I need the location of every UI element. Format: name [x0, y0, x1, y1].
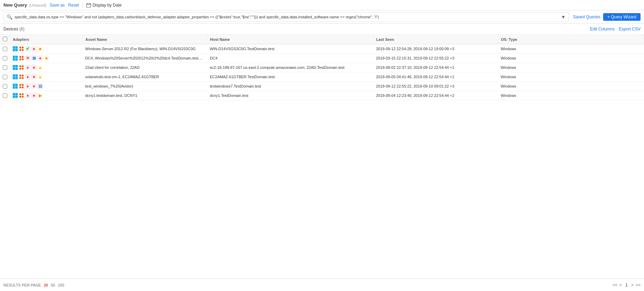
row-lastseen-cell: 2019-03-15 22:15:31, 2019-09-12 22:55:22… [373, 54, 498, 63]
save-as-button[interactable]: Save as [50, 3, 64, 8]
svg-rect-5 [16, 46, 18, 49]
adapter-icon-red-circle: ● [31, 65, 37, 70]
row-os-cell: Windows [498, 54, 644, 63]
svg-rect-16 [13, 74, 15, 77]
row-chevron-1[interactable]: ▼ [9, 56, 10, 60]
svg-rect-4 [13, 46, 15, 49]
row-checkbox-0[interactable] [3, 47, 7, 51]
table-row: ▼ ♦●▲ solarwinds-test-vm-1, EC2AMAZ-61GT… [0, 72, 644, 82]
toolbar-right: Edit Columns Export CSV [590, 27, 641, 31]
display-by-date-button[interactable]: Display by Date [86, 3, 122, 8]
saved-queries-button[interactable]: Saved Queries [573, 15, 600, 19]
row-os-cell: Windows [498, 44, 644, 54]
adapter-icon-dots-orange [19, 74, 24, 80]
next-page-button[interactable]: > [631, 283, 634, 288]
windows-icon [12, 93, 18, 98]
row-host-cell: WIN-D14VSGS3C0G.TestDomain.test [207, 44, 373, 54]
adapter-icon-dots-orange [19, 93, 24, 98]
svg-rect-7 [16, 49, 18, 52]
row-adapters-cell: ♦●▶ [10, 91, 82, 100]
row-checkbox-2[interactable] [3, 65, 7, 70]
col-lastseen-header: Last Seen [373, 35, 498, 44]
adapter-icon-red-lobster: ♦ [25, 93, 30, 98]
row-os-cell: Windows [498, 63, 644, 72]
row-lastseen-cell: 2019-09-12 22:54:28, 2019-09-12 19:00:09… [373, 44, 498, 54]
svg-rect-18 [13, 77, 15, 80]
rpp-100[interactable]: 100 [58, 283, 64, 287]
row-chevron-5[interactable]: ▼ [9, 94, 10, 98]
row-chevron-2[interactable]: ▼ [9, 66, 10, 70]
svg-rect-22 [13, 87, 15, 89]
edit-columns-button[interactable]: Edit Columns [590, 27, 615, 31]
adapter-icon-orange-square: ■ [37, 46, 43, 52]
row-check-cell: ▼ [0, 82, 10, 91]
toolbar: Devices (6) Edit Columns Export CSV [0, 24, 644, 35]
row-os-cell: Windows [498, 91, 644, 100]
adapter-icon-red-lobster: ♦ [25, 74, 30, 80]
svg-rect-17 [16, 74, 18, 77]
row-lastseen-cell: 2019-09-12 22:55:22, 2019-09-10 09:01:22… [373, 82, 498, 91]
rpp-20[interactable]: 20 [44, 283, 48, 287]
footer: RESULTS PER PAGE 20 50 100 << < 1 > >> [0, 279, 644, 291]
new-query-label: New Query [3, 2, 27, 8]
col-asset-header: Asset Name [82, 35, 207, 44]
calendar-icon [86, 3, 91, 8]
devices-count: (6) [19, 27, 25, 31]
results-per-page-label: RESULTS PER PAGE [3, 283, 41, 287]
adapter-icon-dots-blue2: ⊡ [37, 83, 43, 89]
row-checkbox-1[interactable] [3, 56, 7, 61]
adapter-icon-windows [12, 93, 18, 98]
query-wizard-button[interactable]: + Query Wizard [603, 13, 641, 21]
adapter-icon-green-shield: ✔ [25, 46, 30, 52]
adapter-icon-yellow-box: ▲ [37, 74, 43, 80]
adapter-icon-red-circle: ● [31, 93, 37, 98]
search-input[interactable] [15, 15, 560, 19]
adapter-icon-windows [12, 55, 18, 61]
adapter-icon-red-circle: ● [31, 74, 37, 80]
adapter-icon-windows [12, 74, 18, 80]
row-chevron-0[interactable]: ▼ [9, 47, 10, 51]
row-chevron-4[interactable]: ▼ [9, 84, 10, 88]
results-per-page: RESULTS PER PAGE 20 50 100 [3, 283, 64, 287]
select-all-checkbox[interactable] [3, 37, 7, 41]
row-check-cell: ▼ [0, 72, 10, 82]
row-adapters-cell: ♦●⊡ [10, 82, 82, 91]
col-host-header: Host Name [207, 35, 373, 44]
row-chevron-3[interactable]: ▼ [9, 75, 10, 79]
row-checkbox-3[interactable] [3, 75, 7, 79]
row-check-cell: ▼ [0, 63, 10, 72]
reset-button[interactable]: Reset [68, 3, 79, 8]
row-checkbox-5[interactable] [3, 93, 7, 98]
top-bar: New Query [Unsaved] Save as Reset Displa… [0, 0, 644, 10]
adapter-icon-dots-blue: ⊞ [31, 55, 37, 61]
adapter-icon-red-lobster: ♦ [25, 83, 30, 89]
svg-rect-25 [16, 93, 18, 96]
rpp-50[interactable]: 50 [51, 283, 55, 287]
adapter-icon-red-circle: ● [31, 46, 37, 52]
last-page-button[interactable]: >> [636, 283, 641, 288]
adapter-icon-yellow-box2: ▶ [37, 93, 43, 98]
export-csv-button[interactable]: Export CSV [619, 27, 641, 31]
table-row: ▼ ♦●⊡ test_windows_7%20(Avidor) testwind… [0, 82, 644, 91]
search-dropdown-arrow[interactable]: ▼ [561, 14, 566, 20]
display-by-date-label: Display by Date [92, 3, 122, 8]
prev-page-button[interactable]: < [619, 283, 622, 288]
table-header-row: Adapters Asset Name Host Name Last Seen … [0, 35, 644, 44]
svg-rect-6 [13, 49, 15, 52]
svg-rect-0 [87, 3, 91, 7]
svg-rect-21 [16, 84, 18, 86]
windows-icon [12, 74, 18, 80]
search-icon: 🔍 [7, 14, 12, 20]
row-lastseen-cell: 2019-09-05 04:41:46, 2019-09-12 22:54:44… [373, 72, 498, 82]
row-checkbox-4[interactable] [3, 84, 7, 89]
svg-rect-11 [16, 58, 18, 61]
svg-rect-13 [16, 65, 18, 67]
svg-rect-9 [16, 56, 18, 58]
windows-icon [12, 83, 18, 89]
row-asset-cell: dcny1.testdomain.test, DCNY1 [82, 91, 207, 100]
row-check-cell: ▼ [0, 54, 10, 63]
adapter-icon-windows [12, 65, 18, 70]
row-adapters-cell: ✔●■ [10, 44, 82, 54]
first-page-button[interactable]: << [612, 283, 617, 288]
devices-label: Devices [3, 27, 18, 31]
